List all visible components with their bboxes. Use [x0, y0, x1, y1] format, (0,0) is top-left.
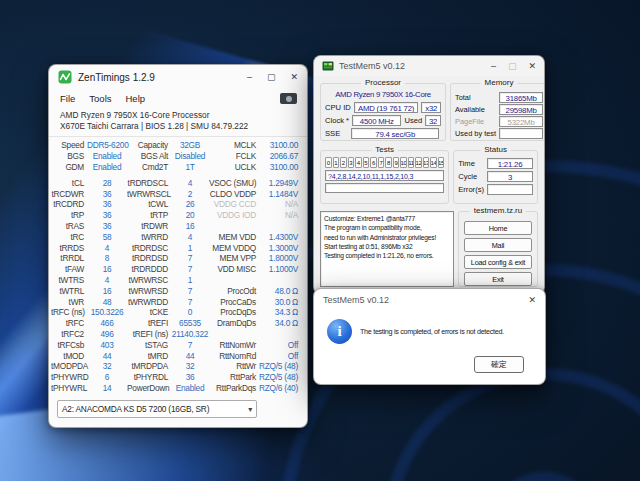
test-button-12[interactable]: 12 — [415, 157, 422, 168]
test-button-0[interactable]: 0 — [325, 157, 332, 168]
timing-value: 3100.00 — [259, 140, 302, 151]
test-button-10[interactable]: 10 — [400, 157, 407, 168]
timing-value: 32GB — [171, 140, 209, 151]
timing-value: 7 — [171, 297, 209, 308]
home-button[interactable]: Home — [464, 221, 532, 235]
close-icon[interactable]: ✕ — [290, 73, 298, 82]
zentimings-grid: SpeedDDR5-6200Capacity32GBMCLK3100.00BGS… — [49, 137, 307, 393]
timing-label: Capacity — [127, 140, 171, 151]
status-time-field: 1:21.26 — [487, 158, 533, 169]
test-button-6[interactable]: 6 — [370, 157, 377, 168]
close-icon[interactable]: ✕ — [528, 62, 536, 71]
cpu-name-line: AMD Ryzen 9 7950X 16-Core Processor — [60, 110, 296, 121]
processor-legend: Processor — [361, 78, 405, 87]
log-line: The program in compatibility mode, — [324, 223, 450, 232]
minimize-icon[interactable]: – — [491, 62, 496, 71]
exit-button[interactable]: Exit — [464, 272, 532, 286]
timing-label: tPHYRDL — [127, 372, 171, 383]
dimm-selector-dropdown[interactable]: A2: ANACOMDA KS D5 7200 (16GB, SR) ▾ — [57, 400, 257, 418]
status-cycle-field: 3 — [487, 171, 533, 182]
test-button-2[interactable]: 2 — [340, 157, 347, 168]
timing-label: tWRRD — [127, 232, 171, 243]
zentimings-titlebar[interactable]: ZenTimings 1.2.9 – ▢ ✕ — [49, 65, 307, 89]
site-groupbox: testmem.tz.ru HomeMailLoad config & exit… — [458, 211, 538, 287]
timing-label: tWTRL — [51, 286, 87, 297]
timing-value: Enabled — [87, 162, 127, 173]
timing-value: 16 — [87, 286, 127, 297]
timing-value: 1 — [171, 275, 209, 286]
timing-value: 48.0 Ω — [259, 286, 302, 297]
test-button-11[interactable]: 11 — [408, 157, 415, 168]
dialog-message: The testing is completed, of errors is n… — [360, 327, 504, 336]
timing-label: tRDRDDD — [127, 264, 171, 275]
minimize-icon[interactable]: – — [247, 73, 252, 82]
memory-legend: Memory — [481, 78, 518, 87]
test-button-8[interactable]: 8 — [385, 157, 392, 168]
timing-value: 36 — [171, 372, 209, 383]
info-icon: i — [327, 319, 352, 344]
screenshot-camera-icon[interactable] — [280, 93, 297, 104]
timing-value: 150.3226 — [87, 307, 127, 318]
timing-label: tCKE — [127, 307, 171, 318]
test-button-4[interactable]: 4 — [355, 157, 362, 168]
timing-value: 1.8000V — [259, 253, 302, 264]
testmem5-body: Processor AMD Ryzen 9 7950X 16-Core CPU … — [314, 76, 544, 287]
timing-value: Disabled — [171, 151, 209, 162]
timing-label: tWRWRSCL — [127, 189, 171, 200]
menu-file[interactable]: File — [53, 91, 82, 106]
test-sequence-field[interactable]: ?4,2,8,14,2,10,11,1,15,2,10,3 — [325, 170, 444, 181]
timing-value: 32 — [171, 361, 209, 372]
timing-label: tRDRDSC — [127, 243, 171, 254]
timing-label: tWRWRSC — [127, 275, 171, 286]
test-button-5[interactable]: 5 — [363, 157, 370, 168]
timing-value: 16 — [171, 221, 209, 232]
mail-button[interactable]: Mail — [464, 238, 532, 252]
menu-tools[interactable]: Tools — [82, 91, 118, 106]
memory-total-field: 31865Mb — [499, 92, 543, 103]
timing-value: 36 — [87, 199, 127, 210]
test-button-13[interactable]: 13 — [423, 157, 430, 168]
memory-usedbytest-field — [499, 128, 543, 139]
test-button-15[interactable]: 15 — [438, 157, 445, 168]
timing-label: tRDRDSCL — [127, 178, 171, 189]
timing-label: MEM VPP — [209, 253, 259, 264]
cpu-name: AMD Ryzen 9 7950X 16-Core — [325, 90, 441, 99]
timing-label — [209, 275, 259, 286]
used-label: Used — [404, 116, 422, 125]
load-config-exit-button[interactable]: Load config & exit — [464, 255, 532, 269]
timing-label: tWTRS — [51, 275, 87, 286]
test-button-3[interactable]: 3 — [348, 157, 355, 168]
maximize-icon[interactable]: ▢ — [267, 73, 276, 82]
ok-button[interactable]: 確定 — [474, 356, 524, 373]
timing-label: Cmd2T — [127, 162, 171, 173]
timing-label: tRFC — [51, 318, 87, 329]
system-info-header: AMD Ryzen 9 7950X 16-Core Processor X670… — [49, 108, 307, 137]
test-button-14[interactable]: 14 — [430, 157, 437, 168]
timing-value — [259, 329, 302, 340]
timing-label: RttNomRd — [209, 351, 259, 362]
timing-value: 2 — [171, 189, 209, 200]
timing-label: VDDG IOD — [209, 210, 259, 221]
timing-value: 28 — [87, 178, 127, 189]
menu-help[interactable]: Help — [119, 91, 153, 106]
test-button-1[interactable]: 1 — [333, 157, 340, 168]
dialog-titlebar[interactable]: TestMem5 v0.12 ✕ — [314, 289, 545, 310]
timing-value: 48 — [87, 297, 127, 308]
timing-value: RZQ/6 (40) — [259, 383, 302, 394]
tests-groupbox: Tests 0123456789101112131415 ?4,2,8,14,2… — [320, 150, 449, 204]
dimm-selector-value: A2: ANACOMDA KS D5 7200 (16GB, SR) — [62, 404, 209, 414]
testmem5-titlebar[interactable]: TestMem5 v0.12 – ▢ ✕ — [314, 56, 544, 76]
dialog-body: i The testing is completed, of errors is… — [314, 310, 545, 344]
timing-value: 7 — [171, 264, 209, 275]
memory-available-field: 29598Mb — [499, 104, 543, 115]
status-legend: Status — [480, 145, 511, 154]
close-icon[interactable]: ✕ — [528, 295, 536, 305]
timing-value: 1.4300V — [259, 232, 302, 243]
timing-value: 1T — [171, 162, 209, 173]
test-button-9[interactable]: 9 — [393, 157, 400, 168]
log-info-box: Customize: Extreme1 @anta777The program … — [320, 211, 454, 287]
test-button-7[interactable]: 7 — [378, 157, 385, 168]
timing-value: N/A — [259, 199, 302, 210]
timing-value: 7 — [171, 286, 209, 297]
timing-label: tRDRDSD — [127, 253, 171, 264]
